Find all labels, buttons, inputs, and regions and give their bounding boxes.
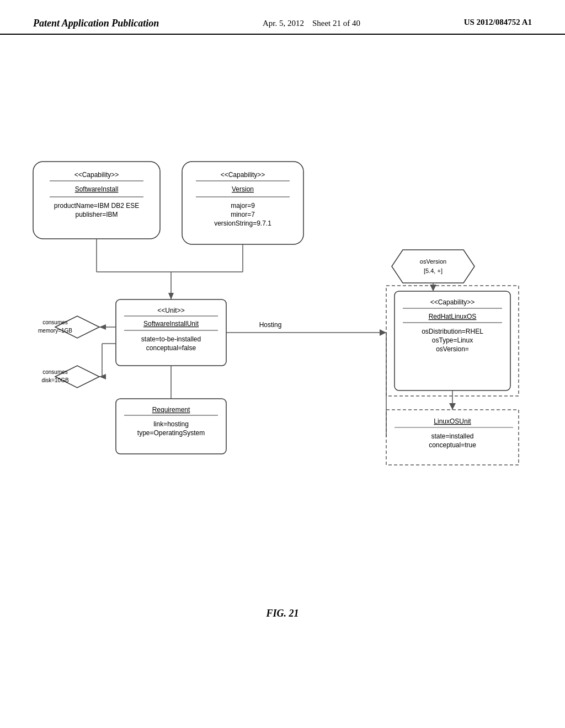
svg-text:conceptual=true: conceptual=true	[429, 441, 476, 449]
svg-text:minor=7: minor=7	[231, 211, 255, 218]
svg-text:osVersion: osVersion	[420, 258, 446, 265]
svg-text:osVersion=: osVersion=	[436, 345, 469, 353]
svg-marker-39	[99, 374, 106, 379]
svg-text:state=to-be-installed: state=to-be-installed	[141, 335, 201, 343]
svg-text:LinuxOSUnit: LinuxOSUnit	[434, 417, 471, 425]
svg-text:<<Capability>>: <<Capability>>	[74, 171, 119, 179]
svg-text:RedHatLinuxOS: RedHatLinuxOS	[429, 313, 477, 320]
svg-text:state=installed: state=installed	[431, 432, 473, 440]
svg-text:consumes: consumes	[42, 319, 68, 325]
svg-text:Version: Version	[232, 185, 254, 193]
svg-text:Requirement: Requirement	[152, 406, 190, 414]
svg-marker-64	[449, 403, 456, 410]
svg-text:osType=Linux: osType=Linux	[432, 336, 473, 344]
diagram-svg: <<Capability>> SoftwareInstall productNa…	[0, 35, 565, 697]
svg-text:SoftwareInstall: SoftwareInstall	[75, 185, 119, 193]
svg-text:consumes: consumes	[42, 369, 68, 375]
svg-text:SoftwareInstallUnit: SoftwareInstallUnit	[143, 320, 199, 328]
svg-text:publisher=IBM: publisher=IBM	[75, 211, 118, 218]
svg-text:Hosting: Hosting	[259, 321, 282, 329]
svg-marker-20	[168, 293, 174, 299]
svg-text:conceptual=false: conceptual=false	[146, 344, 196, 352]
svg-marker-47	[380, 329, 386, 336]
page-header: Patent Application Publication Apr. 5, 2…	[0, 0, 565, 35]
date-label: Apr. 5, 2012	[263, 19, 304, 28]
patent-number: US 2012/084752 A1	[464, 18, 532, 27]
diagram-area: <<Capability>> SoftwareInstall productNa…	[0, 35, 565, 697]
svg-text:memory=1GB: memory=1GB	[38, 328, 72, 334]
sheet-label: Sheet 21 of 40	[312, 19, 360, 28]
svg-text:[5.4, +]: [5.4, +]	[424, 267, 443, 274]
svg-text:type=OperatingSystem: type=OperatingSystem	[137, 429, 205, 437]
header-center: Apr. 5, 2012 Sheet 21 of 40	[263, 18, 360, 29]
svg-text:osDistribution=RHEL: osDistribution=RHEL	[422, 328, 483, 335]
svg-text:disk=10GB: disk=10GB	[41, 377, 69, 383]
figure-caption: FIG. 21	[266, 608, 299, 619]
svg-text:versionString=9.7.1: versionString=9.7.1	[214, 220, 271, 227]
svg-marker-49	[392, 250, 475, 283]
svg-text:<<Unit>>: <<Unit>>	[157, 307, 184, 314]
svg-text:productName=IBM DB2 ESE: productName=IBM DB2 ESE	[54, 202, 139, 210]
svg-text:major=9: major=9	[231, 202, 255, 210]
svg-marker-32	[99, 324, 106, 330]
publication-label: Patent Application Publication	[33, 18, 159, 29]
svg-text:link=hosting: link=hosting	[153, 420, 189, 428]
svg-text:<<Capability>>: <<Capability>>	[221, 171, 265, 179]
svg-text:<<Capability>>: <<Capability>>	[430, 298, 475, 306]
